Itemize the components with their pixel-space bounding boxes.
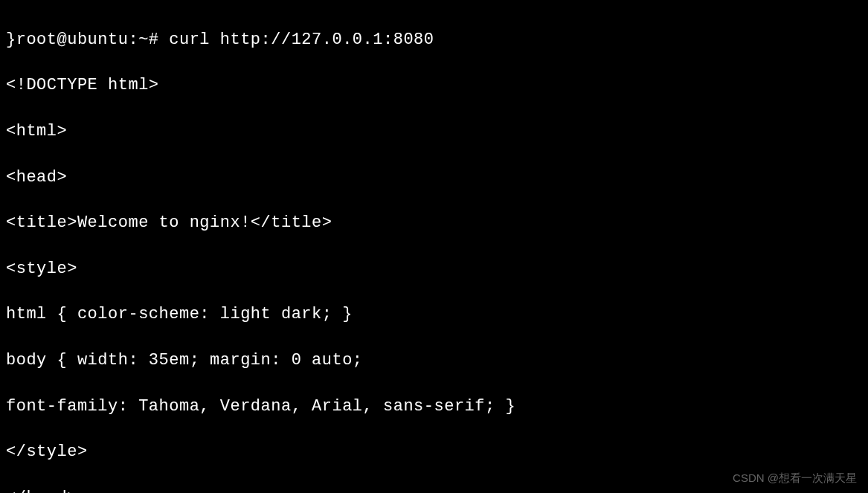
terminal-line: </head> [6,487,862,493]
terminal-line: <head> [6,167,862,190]
terminal-line: <!DOCTYPE html> [6,74,862,97]
terminal-line: <title>Welcome to nginx!</title> [6,212,862,235]
terminal-line: html { color-scheme: light dark; } [6,303,862,326]
terminal-line: font-family: Tahoma, Verdana, Arial, san… [6,396,862,419]
terminal-line: <style> [6,258,862,281]
terminal-line: <html> [6,120,862,144]
terminal-line: }root@ubuntu:~# curl http://127.0.0.1:80… [6,29,862,52]
terminal-line: </style> [6,441,862,464]
terminal-output[interactable]: }root@ubuntu:~# curl http://127.0.0.1:80… [6,6,862,493]
watermark-text: CSDN @想看一次满天星 [733,470,857,486]
terminal-line: body { width: 35em; margin: 0 auto; [6,349,862,373]
